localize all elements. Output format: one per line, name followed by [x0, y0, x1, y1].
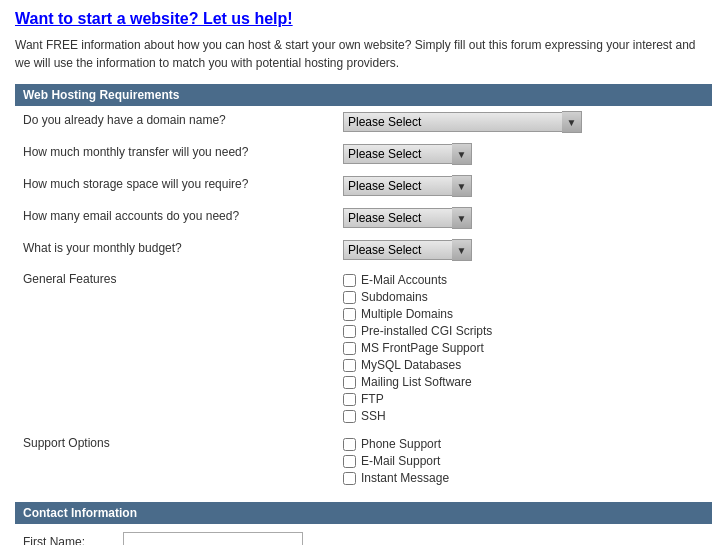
checkbox-ftp-label: FTP [361, 392, 384, 406]
storage-row: How much storage space will you require?… [15, 170, 712, 202]
email-accounts-label: How many email accounts do you need? [15, 202, 335, 234]
checkbox-phone-support-input[interactable] [343, 438, 356, 451]
general-features-label: General Features [15, 266, 335, 430]
checkbox-frontpage-label: MS FrontPage Support [361, 341, 484, 355]
checkbox-email-accounts-label: E-Mail Accounts [361, 273, 447, 287]
general-features-row: General Features E-Mail Accounts Subdoma… [15, 266, 712, 430]
checkbox-ftp[interactable]: FTP [343, 392, 704, 406]
checkbox-email-support-input[interactable] [343, 455, 356, 468]
storage-dropdown-arrow-icon[interactable]: ▼ [452, 175, 472, 197]
checkbox-email-support[interactable]: E-Mail Support [343, 454, 704, 468]
checkbox-phone-support[interactable]: Phone Support [343, 437, 704, 451]
budget-label: What is your monthly budget? [15, 234, 335, 266]
storage-select-wrapper: Please Select Under 100 MB 100-500 MB 50… [343, 175, 472, 197]
support-options-row: Support Options Phone Support E-Mail Sup… [15, 430, 712, 492]
checkbox-ftp-input[interactable] [343, 393, 356, 406]
contact-header: Contact Information [15, 502, 712, 524]
checkbox-instant-message-label: Instant Message [361, 471, 449, 485]
storage-label: How much storage space will you require? [15, 170, 335, 202]
general-features-control: E-Mail Accounts Subdomains Multiple Doma… [335, 266, 712, 430]
checkbox-instant-message-input[interactable] [343, 472, 356, 485]
checkbox-subdomains-label: Subdomains [361, 290, 428, 304]
checkbox-multiple-domains[interactable]: Multiple Domains [343, 307, 704, 321]
intro-text: Want FREE information about how you can … [15, 36, 712, 72]
checkbox-multiple-domains-label: Multiple Domains [361, 307, 453, 321]
domain-select-wrapper: Please Select Yes No ▼ [343, 111, 582, 133]
checkbox-multiple-domains-input[interactable] [343, 308, 356, 321]
budget-select-wrapper: Please Select Under $5 $5-$10 $10-$20 $2… [343, 239, 472, 261]
checkbox-subdomains-input[interactable] [343, 291, 356, 304]
transfer-row: How much monthly transfer will you need?… [15, 138, 712, 170]
firstname-input[interactable] [123, 532, 303, 545]
transfer-control: Please Select Under 1 GB 1-5 GB 5-20 GB … [335, 138, 712, 170]
domain-label: Do you already have a domain name? [15, 106, 335, 138]
email-accounts-dropdown-arrow-icon[interactable]: ▼ [452, 207, 472, 229]
domain-row: Do you already have a domain name? Pleas… [15, 106, 712, 138]
checkbox-frontpage[interactable]: MS FrontPage Support [343, 341, 704, 355]
page-title: Want to start a website? Let us help! [15, 10, 712, 28]
checkbox-mysql[interactable]: MySQL Databases [343, 358, 704, 372]
budget-select[interactable]: Please Select Under $5 $5-$10 $10-$20 $2… [343, 240, 453, 260]
checkbox-phone-support-label: Phone Support [361, 437, 441, 451]
hosting-requirements-table: Do you already have a domain name? Pleas… [15, 106, 712, 492]
checkbox-mailing-list-label: Mailing List Software [361, 375, 472, 389]
checkbox-email-accounts[interactable]: E-Mail Accounts [343, 273, 704, 287]
section-header-hosting: Web Hosting Requirements [15, 84, 712, 106]
email-accounts-select[interactable]: Please Select 1-5 6-20 21-50 50+ [343, 208, 453, 228]
firstname-label: First Name: [15, 528, 115, 545]
checkbox-instant-message[interactable]: Instant Message [343, 471, 704, 485]
firstname-row: First Name: [15, 528, 712, 545]
email-accounts-control: Please Select 1-5 6-20 21-50 50+ ▼ [335, 202, 712, 234]
budget-row: What is your monthly budget? Please Sele… [15, 234, 712, 266]
checkbox-frontpage-input[interactable] [343, 342, 356, 355]
budget-control: Please Select Under $5 $5-$10 $10-$20 $2… [335, 234, 712, 266]
budget-dropdown-arrow-icon[interactable]: ▼ [452, 239, 472, 261]
checkbox-ssh-label: SSH [361, 409, 386, 423]
firstname-control [115, 528, 712, 545]
checkbox-mysql-label: MySQL Databases [361, 358, 461, 372]
storage-control: Please Select Under 100 MB 100-500 MB 50… [335, 170, 712, 202]
checkbox-cgi-scripts[interactable]: Pre-installed CGI Scripts [343, 324, 704, 338]
domain-control: Please Select Yes No ▼ [335, 106, 712, 138]
checkbox-mailing-list[interactable]: Mailing List Software [343, 375, 704, 389]
checkbox-email-accounts-input[interactable] [343, 274, 356, 287]
general-features-checkboxes: E-Mail Accounts Subdomains Multiple Doma… [343, 271, 704, 425]
email-accounts-select-wrapper: Please Select 1-5 6-20 21-50 50+ ▼ [343, 207, 472, 229]
support-options-label: Support Options [15, 430, 335, 492]
transfer-select-wrapper: Please Select Under 1 GB 1-5 GB 5-20 GB … [343, 143, 472, 165]
email-accounts-row: How many email accounts do you need? Ple… [15, 202, 712, 234]
transfer-label: How much monthly transfer will you need? [15, 138, 335, 170]
checkbox-subdomains[interactable]: Subdomains [343, 290, 704, 304]
checkbox-mailing-list-input[interactable] [343, 376, 356, 389]
storage-select[interactable]: Please Select Under 100 MB 100-500 MB 50… [343, 176, 453, 196]
checkbox-ssh-input[interactable] [343, 410, 356, 423]
domain-select[interactable]: Please Select Yes No [343, 112, 563, 132]
domain-dropdown-arrow-icon[interactable]: ▼ [562, 111, 582, 133]
transfer-dropdown-arrow-icon[interactable]: ▼ [452, 143, 472, 165]
checkbox-mysql-input[interactable] [343, 359, 356, 372]
contact-table: First Name: [15, 528, 712, 545]
support-options-checkboxes: Phone Support E-Mail Support Instant Mes… [343, 435, 704, 487]
checkbox-email-support-label: E-Mail Support [361, 454, 440, 468]
checkbox-cgi-scripts-label: Pre-installed CGI Scripts [361, 324, 492, 338]
checkbox-ssh[interactable]: SSH [343, 409, 704, 423]
transfer-select[interactable]: Please Select Under 1 GB 1-5 GB 5-20 GB … [343, 144, 453, 164]
support-options-control: Phone Support E-Mail Support Instant Mes… [335, 430, 712, 492]
checkbox-cgi-scripts-input[interactable] [343, 325, 356, 338]
